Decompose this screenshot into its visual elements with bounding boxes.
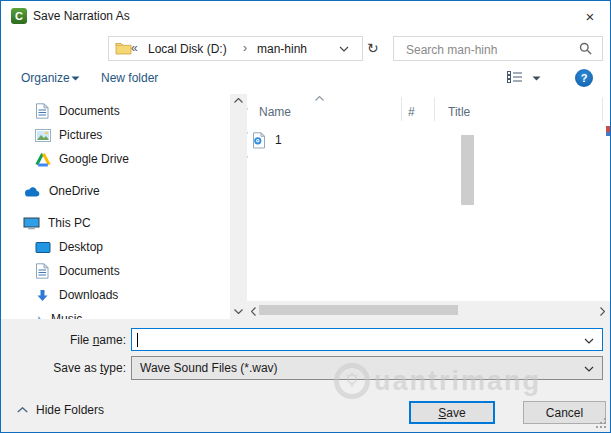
sidebar-item-downloads[interactable]: Downloads [35,284,225,306]
window-title: Save Narration As [33,9,130,23]
breadcrumb-overflow-chevrons[interactable]: « [131,41,138,55]
column-header-name[interactable]: Name [259,105,291,119]
file-name-input[interactable] [140,331,574,350]
folder-icon [115,41,132,55]
close-icon[interactable]: × [577,5,603,27]
clipped-column-icon [606,126,610,136]
desktop-icon [35,241,51,254]
sidebar-item-onedrive[interactable]: OneDrive [23,180,223,202]
breadcrumb-item-disk[interactable]: Local Disk (D:) [148,42,227,56]
scroll-right-icon[interactable] [600,307,605,316]
scroll-left-icon[interactable] [251,307,256,316]
sidebar-item-documents[interactable]: Documents [35,260,225,282]
sort-ascending-icon [315,96,324,101]
view-dropdown-icon[interactable] [532,76,541,81]
hide-folders-label: Hide Folders [36,403,104,417]
breadcrumb-dropdown-icon[interactable] [339,46,349,52]
save-button[interactable]: Save [409,401,495,424]
save-as-type-combo[interactable]: Wave Sound Files (*.wav) [131,356,603,380]
onedrive-icon [23,185,41,198]
camtasia-icon: C [11,8,27,24]
sidebar-item-label: OneDrive [49,184,100,198]
organize-button[interactable]: Organize [21,71,70,85]
sidebar-item-label: Documents [59,264,120,278]
hide-folders-button[interactable]: Hide Folders [17,403,104,417]
save-as-type-label: Save as type: [1,361,126,375]
refresh-icon[interactable]: ↻ [367,40,379,56]
scrollbar-thumb[interactable] [259,305,458,315]
sidebar-scrollbar[interactable] [230,94,247,319]
document-icon [35,263,49,279]
sidebar-item-label: Documents [59,104,120,118]
organize-dropdown-icon[interactable] [71,76,80,81]
google-drive-icon [35,152,51,167]
breadcrumb[interactable] [108,36,363,61]
text-cursor [137,333,138,347]
computer-icon [23,216,40,231]
document-icon [35,103,49,119]
search-input[interactable] [404,39,573,60]
main-area: Documents Pictures Google Dri [1,94,610,319]
search-icon[interactable] [579,42,592,55]
cancel-button[interactable]: Cancel [523,401,606,424]
chevron-down-icon[interactable] [584,338,594,344]
sidebar-item-label: Desktop [59,240,103,254]
sidebar-item-label: Music [51,312,82,319]
save-as-type-value: Wave Sound Files (*.wav) [140,361,278,375]
new-folder-button[interactable]: New folder [101,71,158,85]
music-icon: ♪ [35,311,42,319]
sidebar-item-google-drive[interactable]: Google Drive [35,148,225,170]
file-name-combo[interactable] [131,328,603,351]
scroll-down-icon[interactable] [234,309,243,314]
chevron-up-icon [17,407,28,413]
column-header-title[interactable]: Title [448,105,470,119]
sidebar-item-music[interactable]: ♪ Music [35,308,225,319]
sidebar-item-label: Google Drive [59,152,129,166]
file-name-label: File name: [1,333,126,347]
help-icon[interactable]: ? [575,69,593,87]
save-narration-dialog: C Save Narration As × « Local Disk (D:) … [0,0,611,433]
footer-panel: File name: Save as type: Wave Sound File… [1,319,610,432]
sidebar-item-label: Pictures [59,128,102,142]
chevron-down-icon[interactable] [584,366,594,372]
download-icon [35,288,50,303]
file-row[interactable]: 1 [251,129,581,151]
breadcrumb-item-folder[interactable]: man-hinh [257,42,307,56]
picture-icon [35,129,51,142]
resize-grip[interactable] [596,418,606,428]
column-header-number[interactable]: # [408,105,415,119]
sidebar-item-pictures[interactable]: Pictures [35,124,225,146]
wav-file-icon [251,132,267,149]
file-name: 1 [275,133,282,147]
title-bar: C Save Narration As × [1,1,610,31]
sidebar-item-this-pc[interactable]: This PC [23,212,223,234]
details-view-icon[interactable] [507,71,523,83]
search-box[interactable] [393,36,603,61]
scroll-up-icon[interactable] [234,98,243,103]
sidebar-item-desktop[interactable]: Desktop [35,236,225,258]
sidebar-item-label: Downloads [59,288,118,302]
sidebar-item-label: This PC [48,216,91,230]
breadcrumb-separator-icon: › [243,41,247,55]
filelist-horizontal-scrollbar[interactable] [247,301,610,319]
sidebar-item-documents-pinned[interactable]: Documents [35,100,225,122]
